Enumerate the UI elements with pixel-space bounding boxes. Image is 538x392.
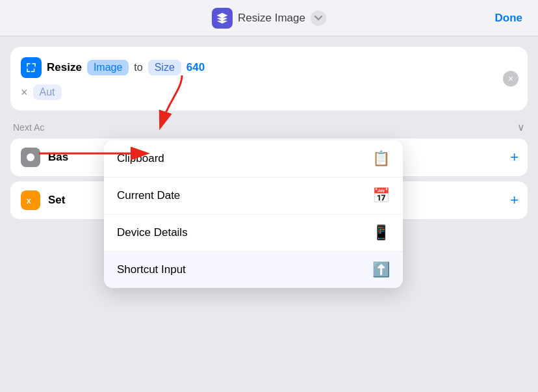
chevron-down-icon	[314, 16, 322, 21]
shortcut-title: Resize Image	[238, 12, 305, 25]
variable-dropdown: Clipboard 📋 Current Date 📅 Device Detail…	[104, 140, 403, 288]
action-main-row: Resize Image to Size 640 ×	[21, 57, 517, 78]
base-action-plus-button[interactable]: +	[510, 149, 519, 166]
to-text-label: to	[134, 62, 142, 73]
close-action-button[interactable]: ×	[503, 71, 519, 86]
number-token[interactable]: 640	[186, 61, 205, 74]
resize-action-icon	[21, 57, 42, 78]
next-action-title: Next Ac	[13, 122, 44, 133]
input-icon: ⬆️	[372, 261, 390, 278]
set-action-label: Set	[48, 194, 65, 207]
clipboard-label: Clipboard	[117, 152, 164, 165]
title-chevron-button[interactable]	[311, 10, 326, 26]
dropdown-item-device-details[interactable]: Device Details 📱	[104, 215, 403, 252]
shortcut-input-label: Shortcut Input	[117, 263, 186, 276]
resize-icon	[25, 62, 37, 73]
circle-icon	[25, 151, 36, 163]
x-icon[interactable]: ×	[21, 86, 28, 99]
svg-rect-2	[218, 20, 226, 21]
section-header: Next Ac ∨	[10, 118, 528, 138]
section-chevron-icon: ∨	[517, 121, 525, 133]
current-date-label: Current Date	[117, 189, 180, 202]
resize-action-card: Resize Image to Size 640 × × Aut	[10, 47, 528, 111]
set-action-icon: x	[21, 190, 40, 210]
done-button[interactable]: Done	[495, 12, 523, 25]
svg-rect-0	[218, 15, 226, 16]
action-second-row: × Aut	[21, 85, 517, 100]
main-content: Resize Image to Size 640 × × Aut Clipboa…	[0, 36, 538, 235]
variable-icon: x	[25, 194, 36, 206]
calendar-icon: 📅	[372, 187, 390, 204]
title-group: Resize Image	[212, 8, 326, 29]
base-action-icon	[21, 148, 40, 167]
image-token[interactable]: Image	[87, 60, 129, 75]
dropdown-item-current-date[interactable]: Current Date 📅	[104, 177, 403, 215]
svg-point-4	[27, 153, 34, 161]
size-token[interactable]: Size	[148, 60, 181, 75]
dropdown-item-clipboard[interactable]: Clipboard 📋	[104, 140, 403, 177]
clipboard-icon: 📋	[372, 150, 390, 167]
set-action-plus-button[interactable]: +	[510, 192, 519, 209]
auto-token[interactable]: Aut	[33, 85, 62, 100]
shortcut-app-icon	[212, 8, 233, 29]
svg-rect-1	[218, 18, 226, 19]
svg-text:x: x	[27, 196, 31, 205]
action-verb-label: Resize	[47, 61, 82, 74]
device-details-label: Device Details	[117, 226, 188, 239]
layers-icon	[216, 12, 229, 25]
phone-icon: 📱	[372, 224, 390, 241]
top-navigation-bar: Resize Image Done	[0, 0, 538, 36]
base-action-label: Bas	[48, 151, 68, 164]
dropdown-item-shortcut-input[interactable]: Shortcut Input ⬆️	[104, 252, 403, 288]
